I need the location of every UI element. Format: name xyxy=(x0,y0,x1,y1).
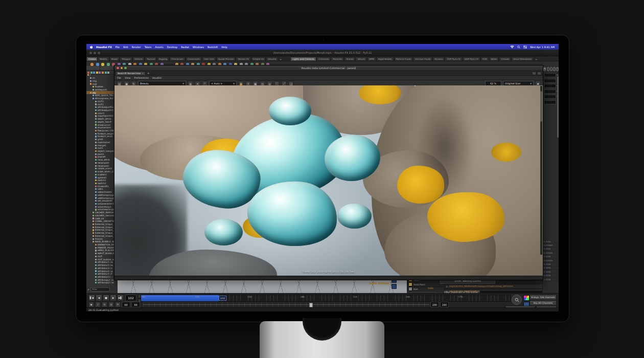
tab-redshift-renderview[interactable]: Redshift RenderView × xyxy=(116,71,146,75)
color-wheel-icon[interactable] xyxy=(523,295,530,301)
scrollbar[interactable] xyxy=(557,76,559,138)
remove-icon[interactable]: × xyxy=(446,285,448,288)
shelf-tab[interactable]: Particle Fluids xyxy=(394,57,413,61)
children-count-row[interactable]: 1 child xyxy=(543,274,559,278)
shelf-tab[interactable]: Rigging xyxy=(157,57,169,61)
add-tab-button[interactable]: + xyxy=(147,72,150,75)
go-start-button[interactable]: ▌◀ xyxy=(88,295,95,301)
menu-item[interactable]: Takes xyxy=(145,46,152,49)
flipbook-icon[interactable]: ◉ xyxy=(88,302,94,307)
children-count-row[interactable]: 1 child xyxy=(543,255,559,259)
menu-bar-clock[interactable]: Wed Apr 1 9:41 AM xyxy=(530,46,555,49)
search-icon[interactable] xyxy=(517,46,520,49)
shelf-tab[interactable]: Texture xyxy=(145,57,157,61)
tree-tool-icon[interactable] xyxy=(87,72,89,74)
shelf-tab[interactable]: Crowds xyxy=(499,57,511,61)
menu-item[interactable]: File xyxy=(116,46,120,49)
tree-tool-icon[interactable] xyxy=(93,72,95,74)
viewport-button[interactable] xyxy=(392,284,397,289)
shelf-tab[interactable]: Constraints xyxy=(186,57,202,61)
shelf-tab[interactable]: Model xyxy=(109,57,120,61)
shelf-tab[interactable]: Simple FX xyxy=(251,57,266,61)
key-all-channels-button[interactable]: Key All Channels xyxy=(530,300,557,306)
menu-item[interactable]: Desktop xyxy=(167,46,178,49)
loop-icon[interactable]: ↻ xyxy=(102,302,107,307)
children-count-row[interactable]: 1 child xyxy=(543,278,559,281)
renderview-menu-item[interactable]: File xyxy=(117,77,121,79)
range-slider-handle[interactable] xyxy=(309,303,313,307)
children-count-row[interactable]: 5 childre xyxy=(543,243,559,247)
menu-item[interactable]: Radial xyxy=(181,46,189,49)
children-count-row[interactable]: 1 child xyxy=(543,240,559,243)
rendered-image[interactable]: Frame 102: 2026-02-06 20:03:58 (1m 54s) xyxy=(114,85,543,276)
filter-check-icon[interactable]: ✓ xyxy=(87,288,89,291)
menu-item[interactable]: Assets xyxy=(155,46,163,49)
menu-item[interactable]: Edit xyxy=(123,46,128,49)
dopesheet-icon[interactable]: ≡ xyxy=(115,302,121,307)
current-frame-field[interactable]: 102 xyxy=(125,295,136,301)
shelf-add-tab-button-2[interactable]: + xyxy=(534,58,539,61)
tree-tool-icon[interactable] xyxy=(96,72,98,74)
shelf-tab[interactable]: Guide Process xyxy=(216,57,236,61)
shelf-tab[interactable]: Deform xyxy=(132,57,145,61)
shelf-tool-icon[interactable] xyxy=(107,63,110,66)
wifi-icon[interactable] xyxy=(510,46,514,49)
help-icon[interactable]: ? xyxy=(556,67,559,71)
shelf-tool-icon[interactable] xyxy=(101,63,104,66)
tab-close-icon[interactable]: × xyxy=(142,72,144,75)
shelf-add-tab-button[interactable]: + xyxy=(278,58,283,61)
control-center-icon[interactable] xyxy=(523,46,527,49)
main-window-titlebar[interactable]: /Users/andre/Documents/Projects/Morph.hi… xyxy=(86,50,559,56)
shelf-tab[interactable]: Particles xyxy=(331,57,344,61)
play-backward-button[interactable]: ◀ xyxy=(96,295,102,301)
tree-tool-icon[interactable] xyxy=(90,72,93,74)
menu-item[interactable]: Help xyxy=(221,46,227,49)
tree-tool-icon[interactable] xyxy=(105,72,107,74)
range-start-field[interactable]: 88 xyxy=(122,302,130,307)
gear-icon[interactable]: ✱ xyxy=(543,67,546,71)
magnifier-button[interactable] xyxy=(512,295,522,305)
shelf-tab[interactable]: Lights and Cameras xyxy=(290,57,316,61)
tree-filter-input[interactable]: Filter xyxy=(90,287,110,292)
parameter-field[interactable]: ⊸ xyxy=(544,95,556,99)
current-frame-marker[interactable]: 102 xyxy=(219,296,227,301)
shelf-tab[interactable]: DOP Pyro FX xyxy=(463,57,480,61)
shelf-tab[interactable]: FEM xyxy=(480,57,489,61)
stop-button[interactable]: ■ xyxy=(103,295,109,301)
shelf-tab[interactable]: Collisions xyxy=(316,57,331,61)
children-count-row[interactable]: 3 child xyxy=(543,262,559,266)
shelf-tab[interactable]: Grains xyxy=(344,57,355,61)
shelf-tab[interactable]: Drive Simulation xyxy=(511,57,534,61)
apple-logo-icon[interactable] xyxy=(90,46,93,49)
range-end-field[interactable]: 280 xyxy=(440,302,449,307)
parameter-field[interactable]: ⊸ xyxy=(544,90,556,94)
realtime-icon[interactable]: ◎ xyxy=(108,302,114,307)
keys-channels-button[interactable]: 8 keys, 0/8 channels xyxy=(530,295,557,300)
playback-end-field[interactable]: 280 xyxy=(430,302,439,307)
shelf-tab[interactable]: Viscous Fluids xyxy=(413,57,432,61)
shelf-tab[interactable]: Create xyxy=(86,57,98,61)
timeline-ruler[interactable]: 90120150180210240270 102 xyxy=(141,295,511,302)
children-count-row[interactable]: 5 childre xyxy=(543,259,559,262)
pencil-icon[interactable]: / xyxy=(547,67,549,71)
menu-item[interactable]: Render xyxy=(132,46,141,49)
parameter-field[interactable]: ⊸ xyxy=(544,84,556,88)
children-count-row[interactable]: 1 child xyxy=(543,270,559,274)
shelf-tab[interactable]: Characters xyxy=(169,57,185,61)
pane-icon[interactable] xyxy=(537,72,541,75)
renderview-titlebar[interactable]: Houdini Indie Limited-Commercial - panel… xyxy=(114,65,543,71)
info-icon[interactable]: i xyxy=(553,67,556,71)
menu-item[interactable]: Redshift xyxy=(208,46,218,49)
shelf-tool-icon[interactable] xyxy=(96,63,99,66)
range-slider[interactable] xyxy=(143,302,429,307)
audio-icon[interactable]: ♪ xyxy=(95,302,101,307)
shelf-tool-icon[interactable] xyxy=(90,63,94,66)
renderview-scrollbar[interactable] xyxy=(540,86,542,255)
shelf-tab[interactable]: Rigid Bodies xyxy=(376,57,394,61)
parameter-field[interactable] xyxy=(544,79,556,83)
children-count-row[interactable]: 5 childre xyxy=(543,251,559,255)
play-forward-button[interactable]: ▶ xyxy=(110,295,117,301)
shelf-tab[interactable]: Hair Utils xyxy=(202,57,216,61)
parameter-field[interactable]: ⊸ xyxy=(544,73,556,77)
renderview-menu-item[interactable]: Preferences xyxy=(134,77,148,79)
